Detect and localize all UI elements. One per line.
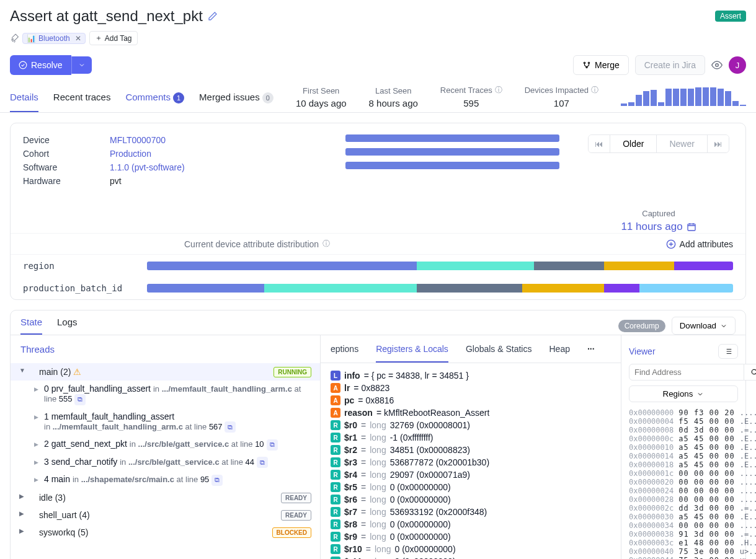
threads-header: Threads: [11, 335, 320, 363]
copy-icon[interactable]: ⧉: [211, 475, 223, 486]
merge-button[interactable]: Merge: [573, 55, 629, 75]
tab-comments[interactable]: Comments 1: [125, 92, 184, 112]
stack-frame[interactable]: ▶ 3 send_char_notify in .../src/ble/gatt…: [11, 454, 320, 472]
stack-frame[interactable]: ▶ 0 prv_fault_handling_assert in .../mem…: [11, 381, 320, 408]
create-jira-label: Create in Jira: [644, 60, 696, 70]
stack-frame[interactable]: ▶ 4 main in .../shapemate/src/main.c at …: [11, 471, 320, 489]
recent-traces-value: 595: [440, 98, 502, 108]
hex-row: 0x0000001c00 00 00 00....: [629, 469, 738, 478]
spark-bar: [710, 87, 716, 106]
avatar[interactable]: J: [729, 56, 746, 74]
merged-count-badge: 0: [262, 92, 273, 103]
spark-bar: [628, 102, 634, 106]
hex-bytes: a5 45 00 00: [678, 443, 734, 452]
register-line: A pc = 0x8816: [331, 394, 611, 407]
thread-main[interactable]: ▼ main (2) ⚠ RUNNING: [11, 363, 320, 381]
hex-addr: 0x00000014: [629, 452, 674, 460]
hex-addr: 0x00000004: [629, 417, 674, 426]
spark-bar: [643, 91, 649, 106]
thread-sysworkq[interactable]: ▶ sysworkq (5) BLOCKED: [11, 524, 320, 541]
reg-tab-more[interactable]: ···: [587, 344, 595, 363]
add-tag-button[interactable]: ＋ Add Tag: [89, 31, 138, 45]
subtab-logs[interactable]: Logs: [57, 317, 78, 335]
reg-tab-registers[interactable]: Registers & Locals: [376, 344, 448, 363]
reg-name: $r7: [344, 507, 357, 517]
hex-bytes: e1 48 00 00: [678, 539, 734, 547]
hex-addr: 0x00000030: [629, 513, 674, 521]
hex-bytes: 91 3d 00 00: [678, 530, 734, 539]
download-button[interactable]: Download: [672, 317, 736, 335]
resolve-dropdown[interactable]: [71, 56, 92, 74]
svg-point-1: [584, 62, 585, 63]
watch-icon[interactable]: [711, 59, 723, 71]
comments-count-badge: 1: [173, 92, 184, 103]
find-address-input[interactable]: [629, 364, 744, 381]
hex-ascii: .=..: [740, 530, 756, 539]
captured-time[interactable]: 11 hours ago: [621, 221, 696, 233]
hex-row: 0x00000010a5 45 00 00.E..: [629, 443, 738, 452]
help-icon[interactable]: ⓘ: [495, 85, 502, 95]
viewer-list-toggle[interactable]: [718, 344, 738, 359]
spark-bar: [695, 87, 701, 106]
device-value[interactable]: MFLT0000700: [110, 135, 166, 145]
hex-addr: 0x00000010: [629, 443, 674, 452]
tab-merged[interactable]: Merged issues 0: [199, 92, 273, 112]
stack-frame[interactable]: ▶ 2 gatt_send_next_pkt in .../src/ble/ga…: [11, 436, 320, 454]
hex-addr: 0x00000008: [629, 426, 674, 434]
reg-tag-badge: A: [331, 395, 340, 405]
dist-bar-batch: [147, 284, 733, 293]
reg-name: lr: [344, 383, 350, 393]
add-attributes-button[interactable]: Add attributes: [666, 239, 733, 249]
add-attributes-label: Add attributes: [680, 239, 733, 249]
download-label: Download: [680, 321, 716, 330]
edit-title-icon[interactable]: [208, 11, 218, 21]
hex-ascii: ....: [740, 486, 756, 495]
hex-bytes: 00 00 00 00: [678, 521, 734, 530]
help-icon[interactable]: ⓘ: [591, 85, 598, 95]
subtab-state[interactable]: State: [20, 317, 42, 335]
reg-tab-globals[interactable]: Globals & Statics: [466, 344, 532, 363]
hex-ascii: ....: [740, 478, 756, 486]
frame-location: in .../src/ble/gatt_service.c at line 10: [130, 439, 264, 449]
tab-recent-traces[interactable]: Recent traces: [53, 92, 111, 112]
pager-older-button[interactable]: Older: [610, 135, 657, 152]
regions-dropdown[interactable]: Regions: [629, 385, 738, 402]
hex-bytes: a5 45 00 00: [678, 460, 734, 469]
hex-row: 0x0000002400 00 00 00....: [629, 486, 738, 495]
hex-bytes: a5 45 00 00: [678, 513, 734, 521]
copy-icon[interactable]: ⧉: [74, 394, 86, 405]
remove-tag-icon[interactable]: ✕: [75, 34, 81, 43]
help-icon[interactable]: ⓘ: [322, 239, 330, 249]
resolve-button[interactable]: Resolve: [10, 55, 71, 75]
frame-name: 2 gatt_send_next_pkt: [44, 439, 127, 449]
spark-bar: [680, 89, 687, 106]
reg-name: $r5: [344, 482, 357, 492]
register-line: R $r4 = long 29097 (0x000071a9): [331, 469, 611, 481]
stack-frame[interactable]: ▶ 1 memfault_fault_handling_assert in ..…: [11, 408, 320, 436]
find-address-button[interactable]: [744, 364, 756, 381]
hex-row: 0x0000003891 3d 00 00.=..: [629, 530, 738, 539]
reg-tag-badge: R: [331, 445, 340, 455]
dist-segment: [604, 284, 639, 293]
hex-ascii: .E..: [740, 417, 756, 426]
copy-icon[interactable]: ⧉: [267, 439, 278, 451]
dist-segment: [417, 262, 534, 270]
thread-idle[interactable]: ▶ idle (3) READY: [11, 489, 320, 506]
hex-ascii: .E..: [740, 460, 756, 469]
copy-icon[interactable]: ⧉: [225, 421, 236, 433]
tab-details[interactable]: Details: [10, 92, 38, 112]
dist-segment: [264, 284, 417, 293]
copy-icon[interactable]: ⧉: [257, 457, 268, 468]
register-line: A reason = kMfltRebootReason_Assert: [331, 407, 611, 419]
hex-row: 0x0000003ce1 48 00 00.H..: [629, 539, 738, 547]
thread-shell-uart[interactable]: ▶ shell_uart (4) READY: [11, 506, 320, 524]
reg-name: $r9: [344, 532, 357, 542]
reg-tab-exceptions[interactable]: eptions: [331, 344, 358, 363]
dist-bar: [345, 162, 559, 169]
hex-bytes: f5 45 00 00: [678, 417, 734, 426]
cohort-value[interactable]: Production: [110, 149, 151, 159]
software-value[interactable]: 1.1.0 (pvt-software): [110, 162, 185, 172]
tag-chip-bluetooth[interactable]: 📊 Bluetooth ✕: [22, 33, 86, 44]
hex-bytes: 0d 3d 00 00: [678, 426, 734, 434]
reg-tab-heap[interactable]: Heap: [549, 344, 569, 363]
